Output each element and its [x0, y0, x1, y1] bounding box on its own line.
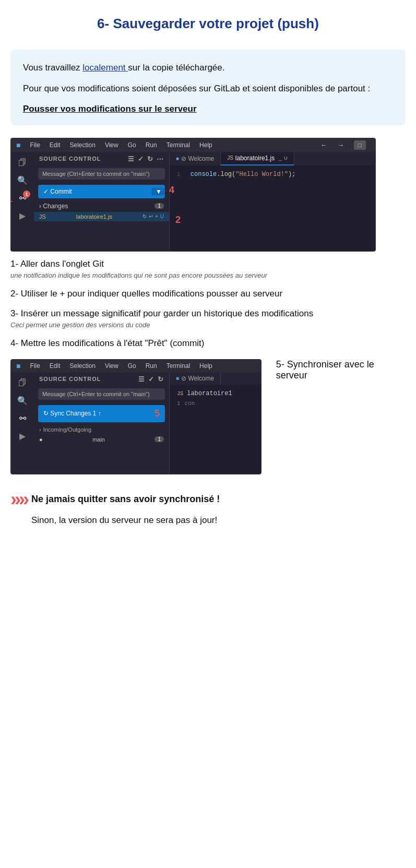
commit-message-input-1[interactable]: Message (Ctrl+Enter to commit on "main")	[38, 168, 165, 180]
panel-header-icons-2: ☰ ✓ ↻	[138, 375, 164, 383]
panel-icon-more[interactable]: ⋯	[157, 155, 164, 163]
file-name-1[interactable]: laboratoire1.js	[76, 213, 112, 220]
commit-message-input-2[interactable]: Message (Ctrl+Enter to commit on "main")	[38, 388, 165, 400]
incoming-label: Incoming/Outgoing	[43, 426, 91, 433]
tab-close-icon[interactable]: ⎯	[279, 155, 282, 161]
panel-header-1: SOURCE CONTROL ☰ ✓ ↻ ⋯	[34, 152, 169, 165]
vscode-screenshot-1: ■ File Edit Selection View Go Run Termin…	[10, 138, 376, 252]
panel-icon-menu-2[interactable]: ☰	[138, 375, 145, 383]
tab-lab1[interactable]: JS laboratoire1.js ⎯ U	[221, 152, 294, 165]
window-maximize[interactable]: □	[354, 140, 366, 150]
vs-icon-welcome-2: ■	[176, 375, 179, 381]
explorer-icon-2[interactable]: 🗍	[17, 377, 28, 389]
file-stage-icon[interactable]: +	[155, 213, 158, 219]
menu-run[interactable]: Run	[146, 141, 157, 149]
vscode-icon-blue-2: ■	[16, 362, 20, 370]
file-discard-icon[interactable]: ↩	[149, 213, 153, 219]
commit-btn-arrow[interactable]: ▼	[152, 188, 165, 195]
nav-forward[interactable]: →	[337, 141, 344, 149]
chevron-right-icon: ›	[39, 426, 41, 433]
search-icon[interactable]: 🔍	[17, 175, 28, 186]
search-icon-2[interactable]: 🔍	[17, 395, 28, 407]
panel-icon-refresh[interactable]: ↻	[147, 155, 153, 163]
step3-main: 3- Insérer un message significatif pour …	[10, 308, 406, 319]
panel-header-icons-1: ☰ ✓ ↻ ⋯	[128, 155, 164, 163]
panel-icon-refresh-2[interactable]: ↻	[158, 375, 164, 383]
step1-sub: une notification indique les modificatio…	[10, 271, 406, 279]
source-control-icon-2[interactable]: ⚯	[17, 413, 28, 424]
nav-back[interactable]: ←	[320, 141, 328, 149]
panel-icon-menu[interactable]: ☰	[128, 155, 135, 163]
editor-content-2: JS laboratoire1 1con	[170, 385, 261, 412]
code-text-1: console	[191, 171, 217, 178]
sync-changes-button[interactable]: ↻ Sync Changes 1 ↑ 5	[38, 405, 165, 422]
menu-edit[interactable]: Edit	[50, 141, 61, 149]
debug-icon-2[interactable]: ▶	[17, 431, 28, 442]
code-line-1: 1 console.log("Hello World!");	[177, 171, 368, 178]
tab-welcome-1[interactable]: ■ ⊘ Welcome	[170, 152, 221, 165]
menu-terminal-2[interactable]: Terminal	[167, 362, 190, 370]
menu-help[interactable]: Help	[199, 141, 212, 149]
changes-label-1: › Changes	[39, 203, 68, 210]
source-control-badge: 1	[23, 191, 30, 198]
menu-selection[interactable]: Selection	[70, 141, 96, 149]
tab-modified-indicator: U	[284, 156, 288, 161]
step5-text: 5- Synchroniser avec le serveur	[271, 359, 406, 381]
number-2-label: 2	[175, 215, 181, 225]
instruction-item-3: 3- Insérer un message significatif pour …	[10, 308, 406, 329]
instructions-list: 1- Aller dans l'onglet Git une notificat…	[10, 259, 406, 349]
menu-help-2[interactable]: Help	[199, 362, 212, 370]
menu-file[interactable]: File	[30, 141, 40, 149]
panel-icon-check-2[interactable]: ✓	[148, 375, 154, 383]
editor-partial-tab: JS laboratoire1	[177, 390, 254, 397]
vscode-window-1: ■ File Edit Selection View Go Run Termin…	[10, 138, 376, 252]
incoming-row: › Incoming/Outgoing	[34, 424, 169, 435]
intro-line1-end: sur la copie téléchargée.	[128, 63, 224, 73]
menu-view[interactable]: View	[105, 141, 118, 149]
menu-view-2[interactable]: View	[105, 362, 118, 370]
file-open-icon[interactable]: ↻	[142, 213, 147, 219]
instruction-item-1: 1- Aller dans l'onglet Git une notificat…	[10, 259, 406, 279]
sync-btn-label: ↻ Sync Changes 1 ↑	[43, 410, 101, 417]
explorer-icon[interactable]: 🗍	[17, 157, 28, 169]
editor-tabs-1: ■ ⊘ Welcome JS laboratoire1.js ⎯ U	[170, 152, 375, 165]
tab-welcome-2[interactable]: ■ ⊘ Welcome	[170, 372, 221, 385]
number-1-label: 1	[10, 194, 13, 205]
menu-terminal[interactable]: Terminal	[167, 141, 190, 149]
line-number-1: 1	[177, 171, 181, 177]
vscode-body-1: 🗍 🔍 ⚯ 1 1 ▶ SOURCE CONTROL ☰ ✓ ↻ ⋯	[11, 152, 375, 251]
menu-file-2[interactable]: File	[30, 362, 40, 370]
source-control-panel-2: SOURCE CONTROL ☰ ✓ ↻ Message (Ctrl+Enter…	[34, 372, 170, 474]
menu-edit-2[interactable]: Edit	[50, 362, 61, 370]
branch-icon: ●	[39, 436, 43, 443]
step3-sub: Ceci permet une gestion des versions du …	[10, 321, 406, 329]
tab-welcome-label: ⊘ Welcome	[181, 155, 214, 162]
locally-link[interactable]: localement	[82, 63, 128, 73]
changes-badge-1: 1	[154, 203, 164, 209]
vscode-body-2: 🗍 🔍 ⚯ ▶ SOURCE CONTROL ☰ ✓ ↻ Message (Ct…	[11, 372, 261, 474]
debug-icon[interactable]: ▶	[17, 210, 28, 222]
editor-content-1: 1 console.log("Hello World!");	[170, 165, 375, 183]
number-4-label: 4	[169, 185, 174, 196]
instruction-item-4: 4- Mettre les modifications à l'état "Pr…	[10, 338, 406, 349]
source-control-panel-1: SOURCE CONTROL ☰ ✓ ↻ ⋯ Message (Ctrl+Ent…	[34, 152, 170, 251]
intro-line1: Vous travaillez localement sur la copie …	[23, 61, 393, 75]
menu-go-2[interactable]: Go	[128, 362, 136, 370]
panel-icon-check[interactable]: ✓	[138, 155, 144, 163]
menu-go[interactable]: Go	[128, 141, 136, 149]
step1-main: 1- Aller dans l'onglet Git	[10, 259, 406, 269]
source-control-icon[interactable]: ⚯ 1 1	[17, 193, 28, 204]
number-5-label: 5	[154, 408, 160, 419]
commit-button-1[interactable]: ✓ Commit ▼ 4	[38, 185, 165, 198]
push-heading: Pousser vos modifications sur le serveur	[23, 102, 393, 116]
titlebar-1: ■ File Edit Selection View Go Run Termin…	[11, 138, 375, 152]
tab-lab1-label: laboratoire1.js	[235, 154, 275, 162]
intro-line2: Pour que vos modifications soient déposé…	[23, 82, 393, 96]
menu-run-2[interactable]: Run	[146, 362, 157, 370]
tab-welcome-label-2: ⊘ Welcome	[181, 375, 214, 382]
menu-selection-2[interactable]: Selection	[70, 362, 96, 370]
panel-title-2: SOURCE CONTROL	[39, 376, 101, 382]
branch-row: ● main 1	[34, 435, 169, 444]
editor-tabs-2: ■ ⊘ Welcome	[170, 372, 261, 385]
warning-box: »» Ne jamais quitter sans avoir synchron…	[10, 490, 406, 509]
